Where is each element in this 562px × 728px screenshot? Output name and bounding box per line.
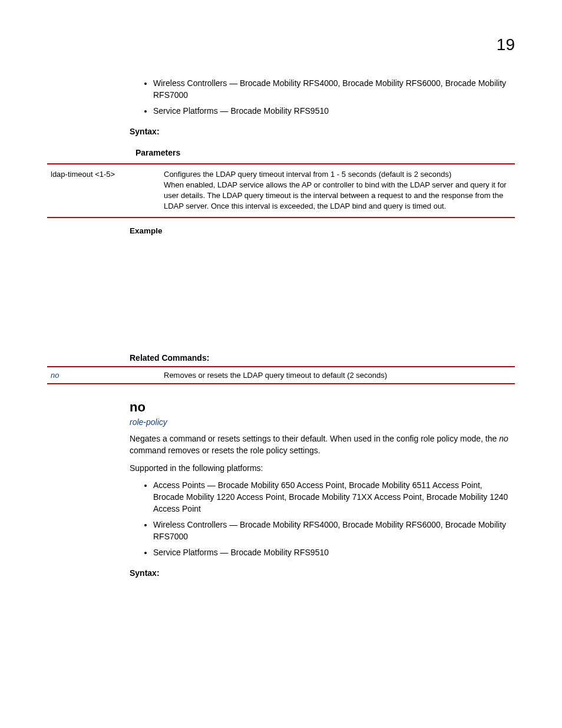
platform-list-no: Access Points — Brocade Mobility 650 Acc… — [130, 480, 515, 559]
list-item: Access Points — Brocade Mobility 650 Acc… — [153, 480, 515, 515]
related-commands-heading: Related Commands: — [130, 353, 515, 363]
role-policy-link[interactable]: role-policy — [130, 417, 515, 427]
no-description-para: Negates a command or resets settings to … — [130, 433, 515, 457]
syntax-heading-no: Syntax: — [130, 568, 515, 578]
no-command-heading: no — [130, 400, 515, 415]
param-desc-line1: Configures the LDAP query timeout interv… — [164, 170, 451, 179]
parameters-table: ldap-timeout <1-5> Configures the LDAP q… — [47, 163, 515, 218]
list-item: Wireless Controllers — Brocade Mobility … — [153, 519, 515, 542]
list-item: Service Platforms — Brocade Mobility RFS… — [153, 106, 515, 117]
parameters-heading: Parameters — [130, 148, 515, 157]
related-desc: Removes or resets the LDAP query timeout… — [160, 367, 515, 384]
main-content: Wireless Controllers — Brocade Mobility … — [130, 78, 515, 578]
param-desc-line2: When enabled, LDAP service allows the AP… — [164, 180, 507, 210]
param-key: ldap-timeout <1-5> — [47, 164, 160, 218]
related-commands-table: no Removes or resets the LDAP query time… — [47, 366, 515, 384]
list-item: Wireless Controllers — Brocade Mobility … — [153, 78, 515, 101]
para-text: command removes or resets the role polic… — [130, 446, 320, 455]
related-key[interactable]: no — [47, 367, 160, 384]
example-heading: Example — [130, 226, 515, 235]
param-desc: Configures the LDAP query timeout interv… — [160, 164, 515, 218]
supported-platforms-para: Supported in the following platforms: — [130, 462, 515, 474]
page: 19 Wireless Controllers — Brocade Mobili… — [0, 0, 562, 622]
list-item: Service Platforms — Brocade Mobility RFS… — [153, 547, 515, 559]
example-spacer — [130, 239, 515, 345]
platform-list-top: Wireless Controllers — Brocade Mobility … — [130, 78, 515, 117]
para-text: Negates a command or resets settings to … — [130, 434, 499, 443]
page-number: 19 — [47, 35, 515, 54]
italic-no: no — [499, 434, 508, 443]
syntax-heading: Syntax: — [130, 127, 515, 136]
